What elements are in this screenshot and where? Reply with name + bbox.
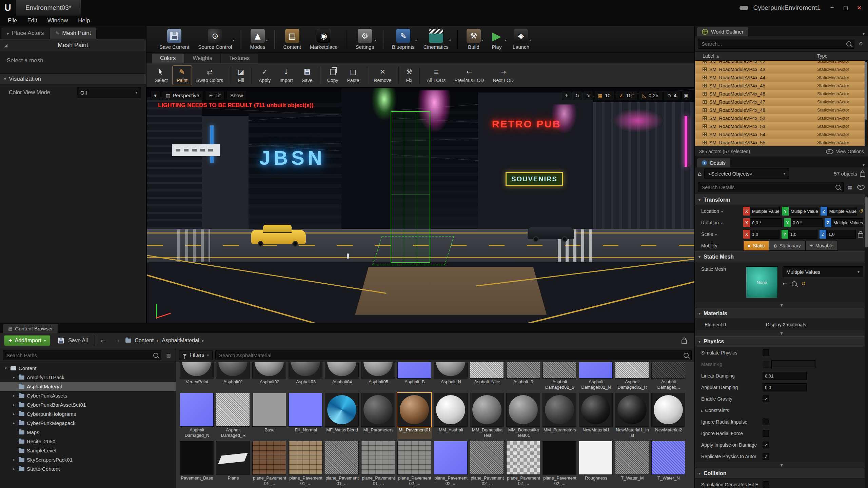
launch-button[interactable]: ◈▾Launch [509, 27, 533, 51]
visualization-section-header[interactable]: ▾ Visualization [0, 74, 146, 84]
expand-arrow-icon[interactable]: ▸ [12, 421, 16, 425]
breadcrumb-item-asphaltmaterial[interactable]: AsphaltMaterial [162, 338, 199, 344]
outliner-search-input[interactable] [701, 41, 844, 47]
asset-mi-pavement01[interactable]: MI_Pavement01 [397, 393, 432, 439]
maximize-button[interactable]: ▣ [682, 90, 691, 100]
viewport-scene[interactable]: JBSN RETRO PUB SOUVENIRS [147, 88, 694, 323]
asset-plane-pavement01[interactable]: plane_Pavement01_... [361, 441, 396, 487]
asset-asphalt-r[interactable]: Asphalt_R [506, 362, 541, 391]
swap-colors-button[interactable]: ⇄Swap Colors [192, 66, 227, 85]
tree-item-startercontent[interactable]: ▸StarterContent [0, 464, 176, 473]
scrollbar-thumb[interactable] [865, 62, 867, 120]
asset-asphalt-n[interactable]: Asphalt_N [434, 362, 468, 391]
asset-asphalt01[interactable]: Asphalt01 [216, 362, 251, 391]
axis-x-value[interactable]: 0,0 ° [750, 218, 782, 227]
tab-mesh-paint[interactable]: ✎Mesh Paint [50, 27, 97, 39]
menu-help[interactable]: Help [73, 17, 95, 24]
mobility-stationary[interactable]: ◐Stationary [769, 241, 805, 251]
details-search-box[interactable] [698, 182, 844, 192]
select-button[interactable]: Select [151, 66, 172, 85]
details-scrollbar[interactable] [865, 195, 868, 488]
asset-plane[interactable]: Plane [216, 441, 251, 487]
lock-icon[interactable] [860, 172, 865, 177]
axis-z-value[interactable]: Multiple Values [827, 207, 857, 216]
section-materials[interactable]: ▾ Materials [695, 308, 868, 319]
import-button[interactable]: ↓Import [275, 66, 297, 85]
section-collision[interactable]: ▾ Collision [695, 468, 868, 479]
sources-toggle-icon[interactable]: ▤ [164, 351, 173, 360]
section-physics[interactable]: ▾ Physics [695, 336, 868, 347]
chevron-down-icon[interactable]: ▾ [863, 32, 865, 36]
lock-icon[interactable] [682, 340, 687, 344]
asset-asphalt03[interactable]: Asphalt03 [289, 362, 323, 391]
tree-item-cyberpunkbarassetset01[interactable]: ▸CyberPunkBarAssetSet01 [0, 400, 176, 409]
section-static-mesh[interactable]: ▾ Static Mesh [695, 251, 868, 262]
content-button[interactable]: ▤Content [280, 27, 304, 51]
level-tab[interactable]: Environment03* [16, 0, 81, 16]
scale-snap-button[interactable]: ◺0,25 [639, 90, 662, 100]
axis-z-value[interactable]: Multiple Values [831, 218, 863, 227]
expand-arrow-icon[interactable]: ▸ [12, 403, 16, 407]
value-field[interactable]: 0,0 [763, 383, 807, 391]
asset-mm-parameters[interactable]: MM_Parameters [542, 393, 577, 439]
play-button[interactable]: ▶▾Play [486, 27, 507, 51]
apply-button[interactable]: ✓Apply [255, 66, 275, 85]
paste-button[interactable]: ▤Paste [343, 66, 363, 85]
reset-icon[interactable]: ↺ [802, 281, 806, 287]
use-selected-icon[interactable]: ← [783, 281, 787, 287]
asset-newmaterial1-inst[interactable]: NewMaterial1_Inst [615, 393, 650, 439]
minimize-button[interactable]: ─ [825, 2, 839, 14]
filters-button[interactable]: Filters ▾ [179, 350, 213, 360]
checkbox[interactable] [763, 361, 769, 368]
tree-item-recife-2050[interactable]: Recife_2050 [0, 437, 176, 446]
lit-button[interactable]: ☀ Lit [205, 90, 224, 100]
close-button[interactable]: ✕ [852, 2, 866, 14]
tree-item-maps[interactable]: Maps [0, 428, 176, 437]
outliner-row[interactable]: SM_RoadModuleVP4x_54StaticMeshActor [695, 130, 868, 139]
outliner-row[interactable]: SM_RoadModuleVP4x_47StaticMeshActor [695, 98, 868, 106]
meshpaint-tab-weights[interactable]: Weights [184, 54, 220, 63]
outliner-search-box[interactable] [698, 39, 854, 49]
viewport-options-button[interactable]: ▾ [151, 90, 160, 100]
move-button[interactable]: + [562, 90, 571, 100]
asset-asphalt-damaged02-b[interactable]: Asphalt Damaged02_B [542, 362, 577, 391]
axis-x-field[interactable]: X0,0 ° [743, 218, 782, 227]
asset-asphalt-damaged02-n[interactable]: Asphalt Damaged02_N [579, 362, 613, 391]
asset-plane-pavement02[interactable]: plane_Pavement02_... [542, 441, 577, 487]
selected-objects-dropdown[interactable]: <Selected Objects> ▾ [704, 168, 789, 179]
menu-window[interactable]: Window [42, 17, 73, 24]
tree-item-content[interactable]: ▾Content [0, 364, 176, 373]
tree-item-amplifylutpack[interactable]: ▸AmplifyLUTPack [0, 373, 176, 382]
asset-asphalt-b[interactable]: Asphalt_B [397, 362, 432, 391]
expand-arrow-icon[interactable]: ▸ [12, 458, 16, 462]
advanced-expander[interactable]: ▼ [695, 302, 868, 308]
asset-mm-domestika-test01[interactable]: MM_Domestika Test01 [506, 393, 541, 439]
mobility-static[interactable]: ▪Static [743, 241, 769, 251]
outliner-row[interactable]: SM_RoadModuleVP4x_55StaticMeshActor [695, 139, 868, 146]
outliner-settings-icon[interactable]: ⚙ [856, 39, 865, 48]
outliner-row[interactable]: SM_RoadModuleVP4x_48StaticMeshActor [695, 106, 868, 114]
tree-item-cyberpunkassets[interactable]: ▸CyberPunkAssets [0, 391, 176, 400]
axis-y-value[interactable]: Multiple Values [789, 207, 818, 216]
asset-mm-domestika-test[interactable]: MM_Domestika Test [470, 393, 505, 439]
save-button[interactable]: Save [298, 66, 317, 85]
axis-y-field[interactable]: YMultiple Values [782, 207, 818, 216]
all-lods-button[interactable]: ≡All LODs [423, 66, 450, 85]
expand-arrow-icon[interactable]: ▸ [12, 467, 16, 471]
modes-button[interactable]: ▲▾Modes [246, 27, 269, 51]
asset-newmaterial2[interactable]: NewMaterial2 [651, 393, 686, 439]
asset-plane-pavement01[interactable]: plane_Pavement01_... [252, 441, 287, 487]
asset-asphalt-damaged-n[interactable]: Asphalt Damaged_N [180, 393, 214, 439]
axis-z-value[interactable]: 1,0 [826, 230, 856, 239]
save-current-button[interactable]: Save Current [156, 27, 193, 51]
outliner-column-type[interactable]: Type [814, 53, 868, 59]
advanced-expander[interactable]: ▼ [695, 462, 868, 468]
asset-plane-pavement01[interactable]: plane_Pavement01_... [289, 441, 323, 487]
search-paths-box[interactable] [3, 350, 161, 360]
asset-t-water-n[interactable]: T_Water_N [651, 441, 686, 487]
menu-file[interactable]: File [3, 17, 22, 24]
tree-item-asphaltmaterial[interactable]: AsphaltMaterial [0, 382, 176, 391]
checkbox[interactable]: ✓ [763, 453, 769, 460]
build-button[interactable]: ⚒▾Build [463, 27, 484, 51]
checkbox[interactable] [763, 430, 769, 437]
